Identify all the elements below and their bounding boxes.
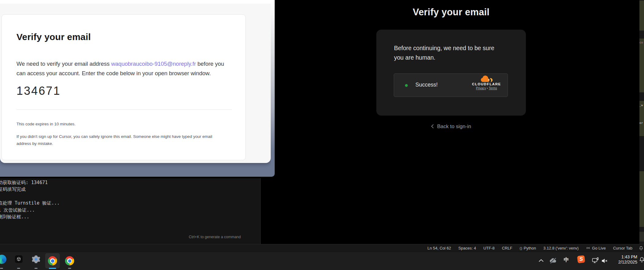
notifications-bell-icon[interactable] — [639, 246, 644, 251]
editor-selection-block — [639, 171, 644, 227]
page-title: Verify your email — [275, 7, 628, 18]
tray-onedrive-icon[interactable] — [549, 257, 557, 266]
background-editor-sliver: co _w er — [639, 0, 644, 244]
terminal-line: 功获取验证码: 134671 — [0, 179, 60, 186]
terminal-panel[interactable]: 功获取验证码: 134671 证码填写完成 在处理 Turnstile 验证..… — [0, 178, 261, 244]
s-letter-icon: S — [577, 255, 585, 263]
human-check-card: Before continuing, we need to be sure yo… — [376, 30, 526, 116]
back-to-sign-in[interactable]: Back to sign-in — [275, 124, 628, 130]
tray-volume-icon[interactable] — [601, 257, 608, 266]
editor-text-fragment: co — [639, 41, 643, 44]
terminal-output: 功获取验证码: 134671 证码填写完成 在处理 Turnstile 验证..… — [0, 179, 60, 220]
turnstile-legal-links: Privacy • Terms — [470, 87, 503, 90]
tray-ime-indicator[interactable]: 中 — [564, 256, 569, 263]
email-window-right-edge — [271, 0, 275, 173]
terminal-line: 测到验证框... — [0, 213, 60, 220]
verification-code: 134671 — [16, 84, 61, 98]
email-page-background: Verify your email We need to verify your… — [0, 0, 271, 163]
running-indicator-pill — [0, 268, 3, 269]
email-address-link[interactable]: waquobraucoibo-9105@noreply.fr — [111, 61, 196, 67]
monitor-plug-icon — [592, 257, 599, 264]
clock-time: 1:43 PM — [609, 254, 637, 260]
tray-sogou-icon[interactable]: S — [577, 256, 585, 263]
editor-text-fragment: _w — [639, 103, 643, 107]
email-body-text: We need to verify your email address waq… — [16, 59, 230, 78]
terminal-ctrlk-hint: Ctrl+K to generate a command — [189, 235, 241, 239]
terminal-line: 证码填写完成 — [0, 186, 60, 193]
windows-taskbar: 中 S 1:43 PM 2/12/2025 — [0, 252, 644, 270]
cloudflare-wordmark: CLOUDFLARE — [470, 82, 503, 86]
chrome-icon — [48, 256, 57, 265]
cloud-slash-icon — [549, 257, 557, 264]
editor-text-fragment: er — [639, 121, 643, 124]
status-python-interpreter[interactable]: 3.12.8 ('venv': venv) — [543, 246, 579, 250]
email-window-top-strip — [0, 0, 271, 4]
cube-glyph — [16, 257, 21, 262]
notification-bell-dnd-icon[interactable] — [639, 256, 644, 263]
email-disclaimer: If you didn't sign up for Cursor, you ca… — [16, 133, 223, 147]
running-indicator-pill — [34, 268, 38, 269]
ide-status-bar: Ln 54, Col 62 Spaces: 4 UTF-8 CRLF Pytho… — [0, 244, 644, 252]
cloudflare-turnstile-widget[interactable]: Success! CLOUDFLARE Privacy • Terms — [394, 73, 508, 97]
cube-app-icon — [15, 255, 23, 263]
terminal-line — [0, 193, 60, 200]
taskbar-cube-app-icon[interactable] — [15, 255, 23, 263]
chevron-up-icon — [538, 259, 544, 262]
taskbar-clock[interactable]: 1:43 PM 2/12/2025 — [609, 254, 637, 264]
cloudflare-brand-block: CLOUDFLARE Privacy • Terms — [470, 76, 503, 90]
email-title: Verify your email — [16, 32, 91, 42]
cloudflare-cloud-icon — [479, 76, 494, 83]
clock-date: 2/12/2025 — [609, 260, 637, 265]
taskbar-chrome-secondary-icon[interactable] — [65, 256, 74, 265]
edge-icon — [0, 255, 6, 264]
gear-icon — [31, 255, 41, 264]
status-indentation[interactable]: Spaces: 4 — [458, 246, 476, 250]
tray-show-hidden-icons[interactable] — [538, 258, 544, 264]
terminal-line: 1 次尝试验证... — [0, 207, 60, 213]
status-cursor-tab[interactable]: Cursor Tab — [613, 246, 632, 250]
taskbar-chrome-active-icon[interactable] — [48, 256, 57, 265]
terms-link[interactable]: Terms — [489, 87, 497, 90]
chrome-icon — [65, 256, 74, 265]
back-link-label[interactable]: Back to sign-in — [437, 124, 471, 129]
running-indicator-pill — [17, 268, 20, 269]
success-dot-icon — [405, 84, 408, 87]
speaker-muted-icon — [601, 257, 608, 264]
chevron-left-icon — [431, 124, 434, 128]
status-encoding[interactable]: UTF-8 — [483, 246, 495, 250]
taskbar-edge-icon[interactable] — [0, 255, 6, 264]
status-eol[interactable]: CRLF — [502, 246, 512, 250]
browser-verify-page: Verify your email Before continuing, we … — [275, 0, 639, 244]
status-line-col[interactable]: Ln 54, Col 62 — [427, 246, 451, 250]
email-divider — [16, 109, 232, 110]
human-check-prompt: Before continuing, we need to be sure yo… — [394, 43, 501, 62]
braces-icon — [519, 246, 522, 250]
code-expiry-note: This code expires in 10 minutes. — [16, 122, 76, 126]
privacy-link[interactable]: Privacy — [476, 87, 486, 90]
status-go-live[interactable]: Go Live — [586, 246, 606, 250]
running-indicator-pill — [68, 268, 71, 269]
go-live-label: Go Live — [592, 246, 606, 250]
terminal-line: 在处理 Turnstile 验证... — [0, 200, 60, 206]
email-body-prefix: We need to verify your email address — [16, 61, 111, 67]
tray-network-icon[interactable] — [592, 257, 599, 265]
desktop-screen: Verify your email We need to verify your… — [0, 0, 644, 270]
broadcast-icon — [586, 246, 590, 250]
language-label: Python — [524, 246, 536, 250]
turnstile-status: Success! — [415, 82, 438, 88]
email-viewer-window: Verify your email We need to verify your… — [0, 0, 275, 177]
email-card: Verify your email We need to verify your… — [2, 14, 246, 160]
editor-selection-block — [639, 1, 644, 31]
legal-separator: • — [487, 87, 488, 90]
status-language-mode[interactable]: Python — [519, 246, 536, 250]
editor-scrollbar-thumb[interactable] — [639, 232, 644, 242]
active-indicator-pill — [49, 268, 56, 269]
taskbar-settings-icon[interactable] — [31, 255, 41, 264]
editor-selection-block — [639, 39, 644, 92]
